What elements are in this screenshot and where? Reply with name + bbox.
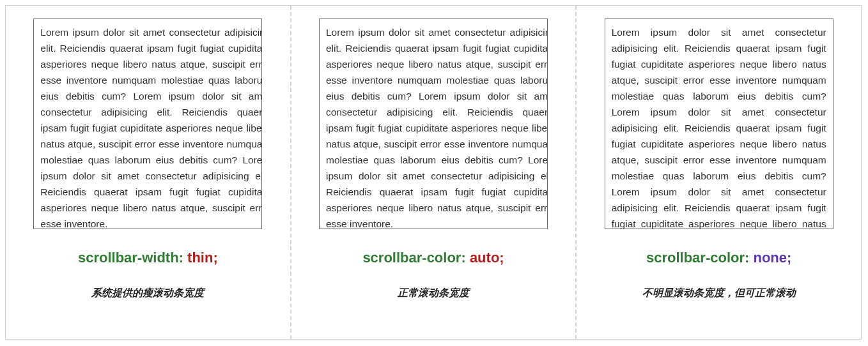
css-colon: : bbox=[745, 250, 753, 266]
panel-none: Lorem ipsum dolor sit amet consectetur a… bbox=[575, 6, 861, 339]
css-colon: : bbox=[179, 250, 187, 266]
css-value: auto; bbox=[470, 250, 504, 266]
css-property: scrollbar-width bbox=[78, 250, 179, 266]
css-colon: : bbox=[461, 250, 469, 266]
css-declaration: scrollbar-color: auto; bbox=[362, 250, 504, 266]
scroll-demo-box[interactable]: Lorem ipsum dolor sit amet consectetur a… bbox=[605, 19, 833, 229]
scroll-demo-box[interactable]: Lorem ipsum dolor sit amet consectetur a… bbox=[319, 19, 548, 229]
description-text: 不明显滚动条宽度，但可正常滚动 bbox=[642, 287, 796, 300]
description-text: 正常滚动条宽度 bbox=[398, 287, 469, 300]
css-value: none; bbox=[753, 250, 791, 266]
scroll-demo-box[interactable]: Lorem ipsum dolor sit amet consectetur a… bbox=[33, 19, 262, 229]
css-property: scrollbar-color bbox=[646, 250, 745, 266]
description-text: 系统提供的瘦滚动条宽度 bbox=[91, 287, 204, 300]
css-declaration: scrollbar-color: none; bbox=[646, 250, 791, 266]
panel-auto: Lorem ipsum dolor sit amet consectetur a… bbox=[290, 6, 576, 339]
css-declaration: scrollbar-width: thin; bbox=[78, 250, 218, 266]
demo-text: Lorem ipsum dolor sit amet consectetur a… bbox=[34, 19, 262, 229]
demo-text: Lorem ipsum dolor sit amet consectetur a… bbox=[605, 19, 833, 229]
css-value: thin; bbox=[187, 250, 218, 266]
demo-text: Lorem ipsum dolor sit amet consectetur a… bbox=[320, 19, 548, 229]
comparison-container: Lorem ipsum dolor sit amet consectetur a… bbox=[5, 5, 862, 340]
panel-thin: Lorem ipsum dolor sit amet consectetur a… bbox=[6, 6, 290, 339]
css-property: scrollbar-color bbox=[362, 250, 461, 266]
